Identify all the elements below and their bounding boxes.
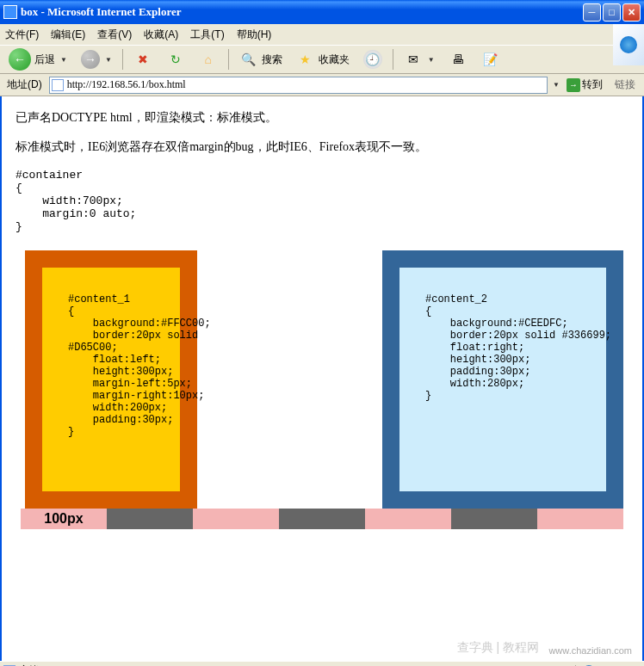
menu-view[interactable]: 查看(V) bbox=[97, 28, 132, 42]
paragraph-2: 标准模式时，IE6浏览器存在双倍margin的bug，此时IE6、Firefox… bbox=[15, 139, 629, 155]
history-button[interactable]: 🕘 bbox=[358, 47, 387, 71]
menu-favorites[interactable]: 收藏(A) bbox=[144, 28, 178, 42]
window-title: box - Microsoft Internet Explorer bbox=[21, 5, 583, 19]
separator bbox=[122, 49, 123, 70]
back-icon: ← bbox=[9, 48, 31, 71]
print-icon: 🖶 bbox=[449, 50, 468, 69]
menu-bar: 文件(F) 编辑(E) 查看(V) 收藏(A) 工具(T) 帮助(H) bbox=[0, 24, 644, 45]
window-titlebar: box - Microsoft Internet Explorer ─ □ ✕ bbox=[0, 0, 644, 24]
page-icon bbox=[52, 79, 64, 91]
search-button[interactable]: 🔍 搜索 bbox=[234, 47, 288, 71]
ruler-seg bbox=[279, 509, 365, 529]
search-label: 搜索 bbox=[262, 52, 282, 67]
ie-logo-corner bbox=[613, 24, 644, 65]
refresh-icon: ↻ bbox=[166, 50, 185, 69]
menu-edit[interactable]: 编辑(E) bbox=[51, 28, 85, 42]
back-button[interactable]: ← 后退 ▼ bbox=[3, 46, 72, 73]
menu-tools[interactable]: 工具(T) bbox=[190, 28, 224, 42]
address-input[interactable]: http://192.168.56.1/box.html bbox=[49, 77, 548, 94]
back-label: 后退 bbox=[34, 52, 55, 67]
container-css: #container { width:700px; margin:0 auto;… bbox=[15, 169, 629, 233]
chevron-down-icon: ▼ bbox=[105, 56, 112, 64]
content-2-box: #content_2 { background:#CEEDFC; border:… bbox=[382, 250, 623, 509]
address-label: 地址(D) bbox=[3, 77, 46, 92]
maximize-button[interactable]: □ bbox=[603, 3, 621, 22]
ie-icon bbox=[3, 5, 17, 19]
favorites-button[interactable]: ★ 收藏夹 bbox=[291, 47, 355, 71]
address-bar: 地址(D) http://192.168.56.1/box.html ▼ → 转… bbox=[0, 74, 644, 96]
menu-file[interactable]: 文件(F) bbox=[5, 28, 39, 42]
stop-button[interactable]: ✖ bbox=[128, 47, 158, 71]
go-label: 转到 bbox=[582, 77, 603, 92]
watermark: www.chazidian.com bbox=[548, 645, 632, 656]
go-button[interactable]: → 转到 bbox=[563, 77, 606, 92]
status-bar: 完毕 Internet bbox=[0, 661, 644, 666]
paragraph-1: 已声名DOCTYPE html，即渲染模式：标准模式。 bbox=[15, 110, 629, 126]
home-icon: ⌂ bbox=[199, 50, 218, 69]
close-button[interactable]: ✕ bbox=[622, 3, 641, 22]
stop-icon: ✖ bbox=[133, 50, 152, 69]
toolbar: ← 后退 ▼ → ▼ ✖ ↻ ⌂ 🔍 搜索 ★ 收藏夹 🕘 ✉▼ 🖶 📝 bbox=[0, 45, 644, 74]
page-content[interactable]: 已声名DOCTYPE html，即渲染模式：标准模式。 标准模式时，IE6浏览器… bbox=[0, 96, 644, 661]
links-label[interactable]: 链接 bbox=[610, 77, 641, 92]
chevron-down-icon: ▼ bbox=[60, 56, 67, 64]
watermark-2: 查字典 | 教程网 bbox=[457, 640, 539, 656]
mail-button[interactable]: ✉▼ bbox=[399, 47, 440, 71]
ruler-label: 100px bbox=[21, 509, 107, 529]
edit-icon: 📝 bbox=[481, 50, 500, 69]
chevron-down-icon[interactable]: ▼ bbox=[553, 81, 560, 89]
minimize-button[interactable]: ─ bbox=[583, 3, 601, 22]
edit-button[interactable]: 📝 bbox=[476, 47, 505, 71]
ruler-seg bbox=[193, 509, 279, 529]
star-icon: ★ bbox=[296, 50, 315, 69]
separator bbox=[393, 49, 393, 70]
menu-help[interactable]: 帮助(H) bbox=[237, 28, 272, 42]
history-icon: 🕘 bbox=[363, 50, 382, 69]
refresh-button[interactable]: ↻ bbox=[161, 47, 190, 71]
demo-container: #content_1 { background:#FFCC00; border:… bbox=[21, 250, 623, 529]
ruler: 100px bbox=[21, 509, 623, 529]
ruler-seg bbox=[107, 509, 193, 529]
ruler-seg bbox=[365, 509, 451, 529]
mail-icon: ✉ bbox=[404, 50, 423, 69]
forward-button[interactable]: → ▼ bbox=[76, 47, 117, 71]
forward-icon: → bbox=[81, 50, 100, 69]
print-button[interactable]: 🖶 bbox=[443, 47, 473, 71]
favorites-label: 收藏夹 bbox=[319, 52, 350, 67]
ruler-seg bbox=[451, 509, 537, 529]
search-icon: 🔍 bbox=[239, 50, 258, 69]
content-1-box: #content_1 { background:#FFCC00; border:… bbox=[25, 250, 197, 509]
go-icon: → bbox=[567, 78, 580, 92]
ruler-seg bbox=[537, 509, 623, 529]
url-text: http://192.168.56.1/box.html bbox=[67, 78, 186, 91]
home-button[interactable]: ⌂ bbox=[194, 47, 223, 71]
separator bbox=[228, 49, 229, 70]
